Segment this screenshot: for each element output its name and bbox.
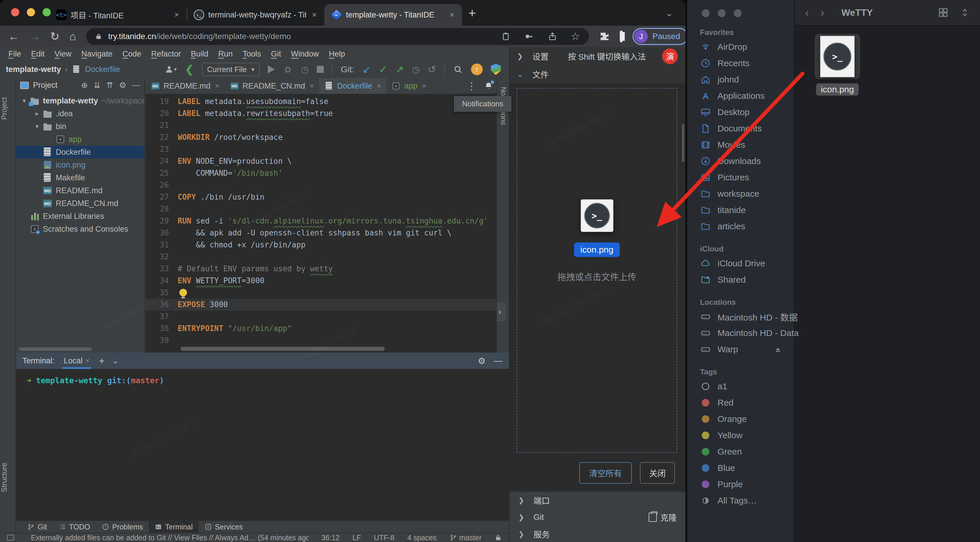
minimize-window-button[interactable] [718,10,725,17]
uploaded-file-thumbnail[interactable]: >_ [581,199,613,232]
sidebar-item-articles[interactable]: articles [687,218,794,235]
tree-item-makefile[interactable]: Makefile [16,171,145,184]
tree-item-readme-md[interactable]: MDREADME.md [16,184,145,197]
debug-icon[interactable] [283,64,293,74]
new-terminal-icon[interactable]: + [99,355,105,366]
close-button[interactable]: 关闭 [640,462,675,484]
eject-icon[interactable] [773,345,782,354]
tree-item-template-wetty[interactable]: ▾template-wetty~/workspace [16,94,145,107]
section-端口[interactable]: ❯端口 [509,492,686,509]
sidebar-item-documents[interactable]: Documents [687,120,794,137]
sidebar-item-orange[interactable]: Orange [687,411,794,427]
sidebar-item-workspace[interactable]: workspace [687,185,794,202]
sidebar-item-applications[interactable]: Applications [687,88,794,104]
panel-scrollbar[interactable] [682,124,684,162]
chevron-open-icon[interactable]: ▾ [18,97,30,105]
close-terminal-tab-icon[interactable]: × [86,357,89,365]
menu-file[interactable]: File [3,49,26,59]
demo-badge[interactable]: 演 [662,48,678,64]
password-key-icon[interactable] [524,32,534,41]
back-button[interactable]: ← [8,31,19,42]
close-window-button[interactable] [11,8,19,16]
editor-tab-app[interactable]: ›app× [386,78,431,94]
git-commit-icon[interactable]: ✓ [379,63,387,75]
sidebar-item-shared[interactable]: Shared [687,272,794,288]
settings-gear-icon[interactable]: ⚙ [119,81,126,90]
user-icon[interactable]: ▾ [164,64,177,74]
new-tab-button[interactable]: + [468,6,476,25]
editor-tab-dockerfile[interactable]: Dockerfile× [319,78,386,94]
indent-style[interactable]: 4 spaces [407,534,437,542]
editor-tab-readme-md[interactable]: MDREADME.md× [146,78,224,94]
menu-build[interactable]: Build [186,49,213,59]
menu-code[interactable]: Code [118,49,146,59]
git-push-icon[interactable]: ↗ [396,63,404,75]
status-window-icon[interactable] [7,535,14,540]
terminal-minimize-icon[interactable]: — [494,356,503,366]
line-ending[interactable]: LF [353,534,361,542]
sidebar-item-purple[interactable]: Purple [687,476,794,493]
chevron-open-icon[interactable]: ▾ [31,123,43,130]
expand-all-icon[interactable]: ⇊ [94,81,100,90]
status-message[interactable]: Externally added files can be added to G… [31,534,309,542]
menu-run[interactable]: Run [213,49,238,59]
close-window-button[interactable] [702,10,710,17]
git-history-icon[interactable]: ◷ [412,64,419,74]
editor-tab-options-icon[interactable]: ⋮ [467,80,477,92]
tree-item-bin[interactable]: ▾bin [16,120,145,133]
tool-tab-structure[interactable]: Structure [0,448,16,506]
uploaded-file-name[interactable]: icon.png [574,242,620,257]
minimize-window-button[interactable] [27,8,35,16]
extensions-puzzle-icon[interactable] [599,31,610,42]
tree-item-icon-png[interactable]: icon.png [16,158,145,171]
editor-tab-readme-cn-md[interactable]: MDREADME_CN.md× [224,78,320,94]
sidebar-item-macintosh-hd-data[interactable]: Macintosh HD - Data [687,325,794,341]
project-panel-title[interactable]: Project [33,81,57,90]
tree-item-dockerfile[interactable]: Dockerfile [16,146,145,158]
tree-item-readme-cn-md[interactable]: MDREADME_CN.md [16,197,145,210]
bookmark-star-icon[interactable]: ☆ [571,30,580,43]
expand-editor-chevron[interactable]: › [496,303,505,321]
git-branch-widget[interactable]: master [449,534,482,542]
menu-edit[interactable]: Edit [26,49,50,59]
finder-file-icon-png[interactable]: >_ icon.png [810,34,865,95]
run-configuration-select[interactable]: Current File▾ [202,63,259,76]
git-rollback-icon[interactable]: ↺ [428,63,436,75]
run-button[interactable] [268,65,275,73]
tree-item-external-libraries[interactable]: External Libraries [16,210,145,223]
side-panel-icon[interactable] [620,30,623,42]
sidebar-item-icloud-drive[interactable]: iCloud Drive [687,255,794,272]
sidebar-item-macintosh-hd-[interactable]: Macintosh HD - 数据 [687,309,794,325]
terminal-output[interactable]: ➜ template-wetty git:(master) [16,369,509,392]
clipboard-icon[interactable] [501,32,511,41]
terminal-tab-local[interactable]: Local × [62,353,92,369]
tab-search-chevron-icon[interactable]: ⌄ [665,8,673,19]
git-update-icon[interactable]: ↙ [363,63,371,75]
menu-navigate[interactable]: Navigate [76,49,118,59]
close-tab-icon[interactable]: × [448,10,456,19]
section-Git[interactable]: ❯Git克隆 [509,509,686,526]
sidebar-item-yellow[interactable]: Yellow [687,427,794,444]
stop-button[interactable] [317,66,324,73]
browser-tab[interactable]: ›_terminal-wetty-bwqryafz - Tita× [187,4,325,25]
files-section-row[interactable]: ⌄ 文件 [509,65,686,83]
section-服务[interactable]: ❯服务 [509,526,686,542]
sidebar-item-warp[interactable]: Warp [687,341,794,358]
sidebar-item-titanide[interactable]: titanide [687,202,794,218]
chevron-closed-icon[interactable]: ▸ [31,110,43,117]
tool-tab-services[interactable]: Services [199,521,249,533]
menu-refactor[interactable]: Refactor [146,49,186,59]
reload-button[interactable]: ↻ [50,31,59,42]
breadcrumb-project[interactable]: template-wetty [6,65,61,74]
tree-item-scratches-and-consoles[interactable]: ›Scratches and Consoles [16,223,145,235]
finder-back-button[interactable]: ‹ [805,6,809,19]
menu-view[interactable]: View [49,49,76,59]
sidebar-item-blue[interactable]: Blue [687,460,794,476]
clear-all-button[interactable]: 清空所有 [579,462,632,484]
caret-position[interactable]: 36:12 [321,534,340,542]
menu-window[interactable]: Window [286,49,324,59]
sidebar-item-airdrop[interactable]: AirDrop [687,39,794,55]
close-editor-tab-icon[interactable]: × [422,82,426,90]
close-editor-tab-icon[interactable]: × [215,82,220,90]
sidebar-item-a1[interactable]: a1 [687,378,794,395]
